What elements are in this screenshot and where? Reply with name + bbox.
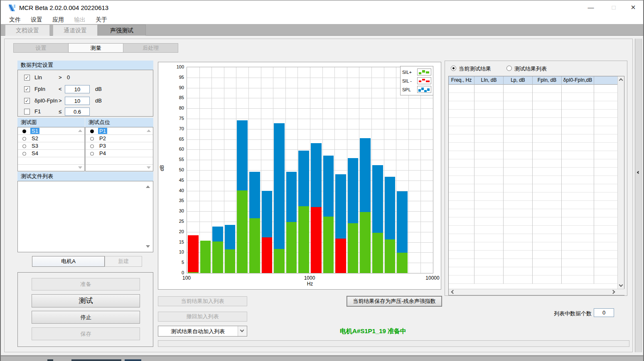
legend-swatch-icon: [417, 77, 431, 84]
menu-item-4[interactable]: 关于: [91, 16, 112, 24]
radio-icon[interactable]: [22, 152, 26, 156]
scroll-right-icon[interactable]: [611, 290, 615, 294]
list-count-input[interactable]: [594, 308, 614, 317]
surface-row-1[interactable]: S2: [18, 135, 84, 142]
scroll-down-icon[interactable]: [78, 166, 82, 169]
project-motor-button[interactable]: 电机A: [32, 256, 105, 267]
x-tick-label: 1000: [304, 275, 315, 281]
file-list-header: 测试文件列表: [17, 172, 153, 181]
column-header-4: δpI0-FpIn,dB: [562, 76, 594, 85]
minimize-button[interactable]: —: [582, 0, 600, 15]
scroll-left-icon[interactable]: [451, 290, 455, 294]
save-button[interactable]: 保存: [32, 327, 140, 340]
point-row-0[interactable]: P1: [86, 127, 153, 135]
scroll-down-icon[interactable]: [146, 245, 150, 248]
scroll-down-icon[interactable]: [619, 283, 623, 287]
y-tick-label: 30: [169, 208, 184, 213]
radio-icon[interactable]: [22, 144, 26, 148]
legend-label: SIL -: [402, 78, 412, 83]
table-row: [449, 184, 618, 193]
surface-row-3[interactable]: S4: [18, 150, 84, 157]
stop-button[interactable]: 停止: [32, 311, 140, 324]
bar-SIL+-250Hz: [237, 190, 248, 273]
point-row-3[interactable]: P4: [86, 150, 153, 157]
table-row: [449, 159, 618, 168]
criteria-value: 0: [67, 74, 70, 80]
scroll-up-icon[interactable]: [78, 129, 82, 132]
save-as-pressure-index-button[interactable]: 当前结果保存为声压-残余声强指数: [347, 296, 442, 306]
table-row: [449, 101, 618, 110]
prepare-button[interactable]: 准备: [32, 278, 140, 290]
radio-result-list[interactable]: [506, 66, 512, 71]
dropdown-arrow-button[interactable]: [238, 326, 247, 336]
radio-current-result-label: 当前测试结果: [459, 65, 491, 73]
radio-selected-icon[interactable]: [22, 129, 26, 133]
tab-2[interactable]: 声强测试: [98, 24, 146, 36]
list-count-label: 列表中数据个数: [538, 310, 592, 317]
scroll-up-icon[interactable]: [619, 78, 623, 83]
y-tick-label: 40: [169, 188, 184, 193]
test-button[interactable]: 测试: [32, 294, 140, 307]
results-vscrollbar[interactable]: [617, 76, 624, 289]
scroll-down-icon[interactable]: [147, 166, 151, 169]
menu-item-2[interactable]: 应用: [47, 16, 69, 24]
table-row: [449, 267, 618, 276]
checkbox-3[interactable]: [24, 109, 30, 115]
close-button[interactable]: ✕: [624, 0, 642, 15]
radio-icon[interactable]: [22, 137, 26, 141]
bar-SIL--400Hz: [262, 237, 273, 273]
bar-SIL+-315Hz: [249, 218, 260, 273]
undo-add-button[interactable]: 撤回加入列表: [158, 312, 247, 322]
subtab-0[interactable]: 设置: [13, 43, 69, 53]
surface-row-2[interactable]: S3: [18, 142, 84, 150]
subtab-2[interactable]: 后处理: [123, 43, 178, 53]
file-list[interactable]: [17, 181, 153, 252]
bar-SIL+-200Hz: [225, 249, 236, 273]
point-row-2[interactable]: P3: [86, 142, 153, 150]
table-row: [449, 217, 618, 226]
tab-0[interactable]: 文档设置: [5, 24, 50, 36]
surface-list: S1S2S3S4: [17, 127, 85, 171]
right-splitter[interactable]: [635, 39, 642, 352]
criteria-value-input[interactable]: [65, 97, 90, 105]
checkbox-0[interactable]: ✓: [24, 75, 30, 80]
menu-item-1[interactable]: 设置: [26, 16, 47, 24]
y-tick-label: 45: [169, 178, 184, 183]
auto-add-dropdown[interactable]: 测试结果自动加入列表: [158, 326, 247, 337]
radio-icon[interactable]: [90, 137, 94, 141]
radio-current-result[interactable]: [451, 66, 456, 71]
bar-SIL--100Hz: [188, 235, 199, 273]
results-panel: 当前测试结果 测试结果列表 Freq., HzLIn, dBLp, dBFpIn…: [445, 61, 627, 296]
criteria-value-input[interactable]: [65, 107, 90, 116]
project-new-button[interactable]: 新建: [105, 256, 142, 267]
checkbox-2[interactable]: ✓: [24, 98, 30, 104]
criteria-row-2: ✓δpI0-FpIn>dB: [18, 97, 153, 105]
table-row: [449, 151, 618, 159]
point-list: P1P2P3P4: [85, 127, 153, 171]
add-current-result-button[interactable]: 当前结果加入列表: [158, 296, 247, 306]
subtab-1[interactable]: 测量: [68, 43, 123, 53]
radio-icon[interactable]: [90, 144, 94, 148]
chart-legend: SIL+SIL -SPL: [400, 66, 433, 95]
surface-row-0[interactable]: S1: [18, 127, 84, 135]
legend-label: SIL+: [402, 70, 412, 75]
maximize-button[interactable]: □: [605, 0, 623, 15]
surface-row-4: [18, 157, 84, 165]
checkbox-1[interactable]: ✓: [24, 86, 30, 92]
table-row: [449, 85, 618, 93]
tab-1[interactable]: 通道设置: [53, 24, 98, 36]
results-hscrollbar[interactable]: [449, 289, 624, 295]
y-tick-label: 70: [169, 126, 184, 131]
y-tick-label: 65: [169, 137, 184, 141]
criteria-value-input[interactable]: [65, 85, 90, 93]
chevron-down-icon: [240, 328, 244, 332]
scroll-up-icon[interactable]: [147, 129, 151, 132]
scroll-up-icon[interactable]: [146, 185, 150, 188]
tab-strip: 文档设置通道设置声强测试: [1, 24, 643, 36]
menu-item-0[interactable]: 文件: [4, 16, 26, 24]
x-tick-label: 10000: [425, 275, 439, 281]
bar-SIL+-3150Hz: [372, 233, 383, 273]
point-row-1[interactable]: P2: [86, 135, 153, 142]
radio-icon[interactable]: [90, 152, 94, 156]
radio-selected-icon[interactable]: [90, 129, 94, 133]
